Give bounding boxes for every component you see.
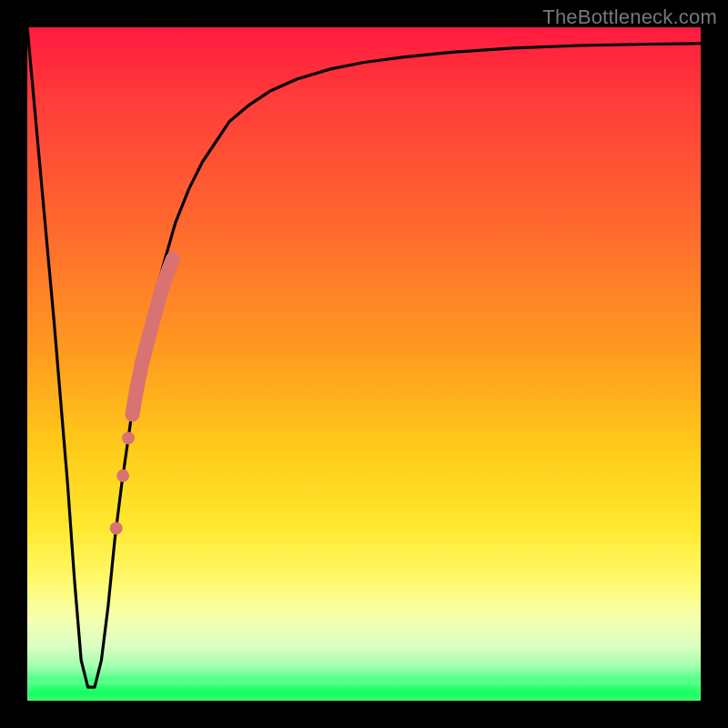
bottleneck-curve [27,27,701,687]
scatter-dot [116,470,129,482]
scatter-segment [132,259,172,415]
plot-area [27,27,701,701]
chart-svg [27,27,701,701]
chart-frame: TheBottleneck.com [0,0,728,728]
curve-group [27,27,701,687]
scatter-dot [110,522,123,535]
watermark-text: TheBottleneck.com [542,5,717,29]
scatter-dot [122,431,135,444]
